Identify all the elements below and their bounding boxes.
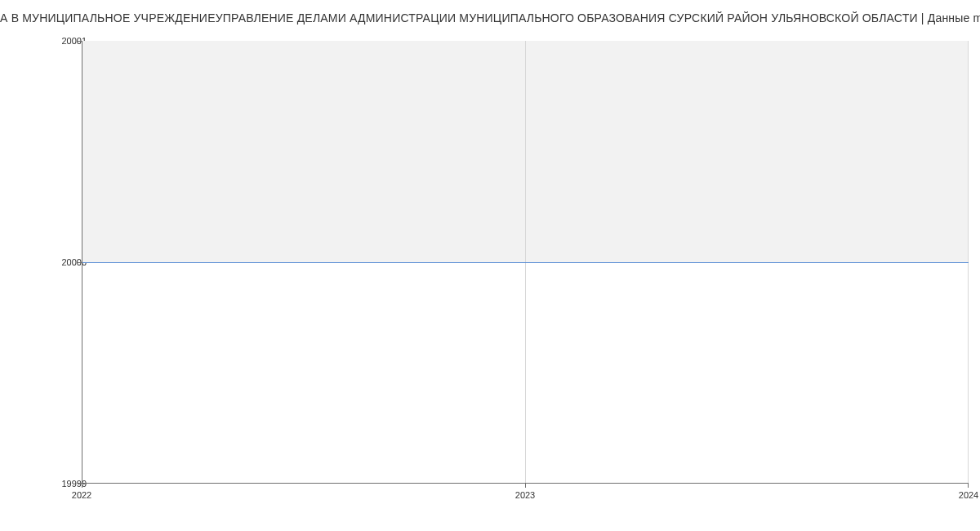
x-tick-mark — [968, 484, 969, 488]
x-axis-line — [82, 483, 969, 484]
plot-area — [82, 41, 969, 484]
data-line-series — [82, 262, 969, 263]
x-tick-label: 2024 — [959, 490, 978, 500]
y-tick-label: 20000 — [13, 257, 87, 267]
x-tick-label: 2022 — [72, 490, 91, 500]
chart-title: А В МУНИЦИПАЛЬНОЕ УЧРЕЖДЕНИЕУПРАВЛЕНИЕ Д… — [0, 11, 980, 25]
y-tick-label: 19999 — [13, 479, 87, 489]
x-tick-mark — [525, 484, 526, 488]
y-tick-label: 20001 — [13, 36, 87, 46]
x-tick-mark — [82, 484, 82, 488]
x-tick-label: 2023 — [515, 490, 535, 500]
y-axis-line — [82, 41, 82, 484]
